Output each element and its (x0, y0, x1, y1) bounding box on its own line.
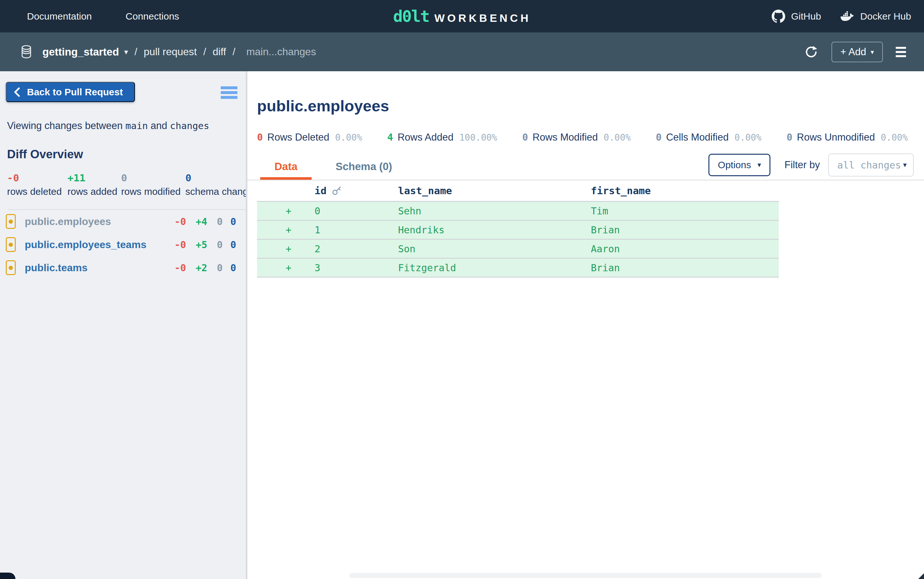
rows-deleted-count: -0 (167, 239, 186, 250)
tab-data[interactable]: Data (260, 158, 312, 173)
column-header-first-name: first_name (588, 185, 924, 196)
tab-schema[interactable]: Schema (0) (335, 158, 392, 173)
added-row[interactable]: + 0 Sehn Tim (257, 202, 779, 221)
diff-sidebar: Back to Pull Request Viewing changes bet… (0, 71, 248, 579)
breadcrumb-diff[interactable]: diff (213, 46, 226, 58)
back-to-pull-request-button[interactable]: Back to Pull Request (6, 82, 135, 102)
diff-stat: 0 Rows Unmodified 0.00% (786, 132, 908, 143)
breadcrumb-bar: getting_started ▾ / pull request / diff … (0, 33, 924, 71)
docker-hub-link[interactable]: Docker Hub (840, 11, 911, 22)
diff-stat-percent: 0.00% (881, 132, 908, 143)
schema-changes-count: 0 (223, 262, 236, 273)
sidebar-menu-icon[interactable] (221, 86, 238, 99)
nav-connections[interactable]: Connections (126, 11, 179, 22)
breadcrumb-separator: / (204, 46, 206, 58)
page-title: public.employees (257, 97, 924, 115)
cell-last-name: Fitzgerald (395, 262, 588, 273)
cell-last-name: Hendriks (395, 224, 588, 236)
diff-stat-value: 4 (387, 132, 393, 143)
row-sign: + (283, 262, 312, 273)
options-button[interactable]: Options ▾ (708, 154, 770, 176)
diff-stat-value: 0 (786, 132, 792, 143)
diff-table-body: + 0 Sehn Tim + 1 Hendriks Brian + 2 Son (257, 201, 779, 278)
main-menu-icon[interactable] (896, 47, 906, 57)
rows-modified-count: 0 (207, 216, 223, 227)
table-modified-icon (6, 237, 16, 252)
chevron-down-icon: ▾ (124, 47, 128, 57)
chevron-left-icon (14, 87, 20, 97)
diff-stat-value: 0 (656, 132, 661, 143)
changed-table-row[interactable]: public.employees_teams -0 +5 0 0 (0, 233, 246, 256)
add-button[interactable]: + Add ▾ (832, 42, 883, 62)
diff-stat: 0 Rows Deleted 0.00% (257, 132, 362, 143)
rows-added-count: +4 (186, 216, 207, 227)
back-button-label: Back to Pull Request (27, 87, 123, 98)
row-sign: + (283, 205, 312, 217)
diff-stat-label: Cells Modified (666, 132, 729, 143)
diff-summary-value: 0 (121, 172, 185, 183)
rows-deleted-count: -0 (167, 216, 186, 227)
workbench-logo-text: WORKBENCH (434, 12, 531, 25)
diff-summary-label: rows modified (121, 186, 185, 197)
nav-documentation[interactable]: Documentation (27, 11, 92, 22)
dolt-logo-mark: d0lt (393, 7, 429, 26)
github-label: GitHub (791, 11, 821, 22)
diff-summary-item: -0 rows deleted (7, 172, 67, 197)
diff-stat-percent: 0.00% (734, 132, 762, 143)
rows-modified-count: 0 (207, 239, 223, 250)
diff-summary-label: rows added (67, 186, 121, 197)
diff-summary-item: 0 rows modified (121, 172, 185, 197)
rows-added-count: +5 (186, 239, 207, 250)
cell-id: 1 (312, 224, 395, 236)
cell-id: 2 (312, 243, 395, 255)
add-button-label: + Add (840, 46, 866, 58)
diff-stat: 0 Cells Modified 0.00% (656, 132, 762, 143)
database-selector[interactable]: getting_started ▾ (20, 45, 128, 59)
diff-overview-title: Diff Overview (7, 148, 246, 161)
to-branch: changes (170, 120, 209, 131)
changed-table-stats: -0 +4 0 0 (167, 216, 236, 227)
changed-table-row[interactable]: public.employees -0 +4 0 0 (0, 210, 246, 233)
added-row[interactable]: + 2 Son Aaron (257, 240, 779, 259)
table-modified-icon (6, 214, 16, 229)
docker-hub-label: Docker Hub (860, 11, 911, 22)
chevron-down-icon: ▾ (871, 48, 874, 56)
diff-summary: -0 rows deleted +11 rows added 0 rows mo… (7, 172, 246, 197)
breadcrumb-pull-request[interactable]: pull request (144, 46, 197, 58)
resize-corner (918, 573, 924, 579)
diff-table-header: id last_name first_name (257, 180, 924, 201)
changed-table-name: public.teams (25, 262, 88, 274)
column-header-id: id (312, 185, 395, 196)
rows-modified-count: 0 (207, 262, 223, 273)
filter-changes-select[interactable]: all changes ▾ (828, 154, 914, 177)
github-link[interactable]: GitHub (772, 10, 821, 23)
changed-table-stats: -0 +2 0 0 (167, 262, 236, 273)
primary-key-icon (332, 185, 342, 196)
diff-stat: 4 Rows Added 100.00% (387, 132, 497, 143)
diff-stat-label: Rows Unmodified (797, 132, 875, 143)
cell-first-name: Brian (588, 262, 779, 273)
changed-table-name: public.employees_teams (25, 239, 146, 251)
refresh-icon[interactable] (804, 45, 819, 59)
cell-id: 3 (312, 262, 395, 273)
added-row[interactable]: + 1 Hendriks Brian (257, 221, 779, 240)
cell-last-name: Son (395, 243, 588, 255)
breadcrumb-database: getting_started (43, 46, 119, 58)
rows-deleted-count: -0 (167, 262, 186, 273)
tabs-bottom-border (248, 180, 924, 180)
cell-last-name: Sehn (395, 205, 588, 217)
added-row[interactable]: + 3 Fitzgerald Brian (257, 259, 779, 278)
tabs-row: Data Schema (0) Options ▾ Filter by all … (248, 158, 924, 180)
top-navbar: Documentation Connections d0lt WORKBENCH… (0, 0, 924, 33)
row-sign: + (283, 243, 312, 255)
horizontal-scrollbar[interactable] (349, 573, 822, 578)
diff-summary-item: +11 rows added (67, 172, 121, 197)
diff-summary-value: 0 (185, 172, 246, 183)
diff-summary-label: schema changes (185, 186, 246, 197)
options-button-label: Options (718, 160, 751, 170)
diff-stats-row: 0 Rows Deleted 0.00% 4 Rows Added 100.00… (257, 132, 924, 143)
diff-stat-percent: 0.00% (604, 132, 631, 143)
changed-table-row[interactable]: public.teams -0 +2 0 0 (0, 256, 246, 279)
diff-stat-percent: 0.00% (335, 132, 362, 143)
chevron-down-icon: ▾ (758, 161, 761, 169)
